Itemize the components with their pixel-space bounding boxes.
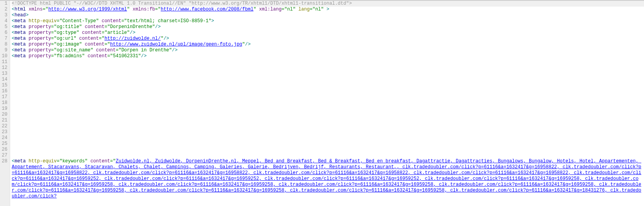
attr-name: xmlns:fb [133, 7, 155, 12]
code-line[interactable]: <meta property="og:type" content="articl… [12, 30, 644, 36]
keywords-value: Zuidwolde.nl, Zuidwolde, DorpeninDrenthe… [12, 158, 641, 199]
attr-value: nl [287, 7, 293, 12]
code-line[interactable] [12, 65, 644, 71]
attr-name: lang [299, 7, 310, 12]
code-line[interactable]: <!DOCTYPE html PUBLIC "-//W3C//DTD XHTML… [12, 1, 644, 7]
line-number: 20 [1, 112, 7, 118]
tag-close: > [211, 18, 214, 24]
code-line[interactable] [12, 88, 644, 94]
code-line[interactable] [12, 129, 644, 135]
attr-value: nl [315, 7, 321, 12]
code-line[interactable] [12, 71, 644, 77]
line-number: 11 [1, 59, 7, 65]
attr-name: xml:lang [259, 7, 282, 12]
code-line[interactable] [12, 123, 644, 129]
tag-name: html [14, 7, 26, 12]
line-number: 15 [1, 83, 7, 88]
tag-name: meta [14, 18, 26, 24]
line-number: 22 [1, 123, 7, 129]
attr-value: Content-Type [62, 18, 96, 24]
line-number: 16 [1, 88, 7, 94]
code-line[interactable] [12, 153, 644, 158]
line-number: 23 [1, 129, 7, 135]
code-line[interactable] [12, 106, 644, 112]
code-line[interactable]: <html xmlns="http://www.w3.org/1999/xhtm… [12, 7, 644, 12]
line-number: 25 [1, 141, 7, 147]
code-editor[interactable]: <!DOCTYPE html PUBLIC "-//W3C//DTD XHTML… [10, 1, 644, 206]
code-line[interactable] [12, 100, 644, 106]
code-line[interactable] [12, 141, 644, 147]
code-line[interactable] [12, 147, 644, 153]
attr-value: http://www.facebook.com/2008/fbml [161, 7, 254, 12]
line-number: 19 [1, 106, 7, 112]
code-line[interactable]: <meta http-equiv="Content-Type" content=… [12, 18, 644, 24]
line-number: 26 [1, 147, 7, 153]
line-number: 18 [1, 100, 7, 106]
line-number: 21 [1, 118, 7, 123]
line-number: 6 [1, 30, 7, 36]
line-number: 5 [1, 24, 7, 30]
doctype: <!DOCTYPE html PUBLIC "-//W3C//DTD XHTML… [12, 1, 352, 6]
code-line[interactable] [12, 118, 644, 123]
line-number-gutter: 1 2 3 4 5 6 7 8 9 10 11 12 13 14 15 16 1… [0, 1, 10, 206]
tag-name: head [14, 12, 26, 18]
attr-name: xmlns [28, 7, 43, 12]
line-number: 9 [1, 48, 7, 53]
code-line[interactable] [12, 83, 644, 88]
code-line[interactable]: <meta http-equiv="keywords" content="Zui… [12, 158, 644, 199]
attr-value: http://www.w3.org/1999/xhtml [48, 7, 127, 12]
code-line[interactable] [12, 77, 644, 83]
line-number: 1 [1, 1, 7, 7]
line-number: 7 [1, 36, 7, 42]
code-line[interactable]: <head> [12, 12, 644, 18]
line-number: 2 [1, 7, 7, 12]
attr-name: http-equiv [28, 18, 57, 24]
code-line[interactable]: <meta property="fb:admins" content="5410… [12, 53, 644, 59]
line-number: 3 [1, 12, 7, 18]
code-line[interactable]: <meta property="og:url" content="http://… [12, 36, 644, 42]
code-line[interactable] [12, 112, 644, 118]
tag-close: > [327, 7, 329, 12]
line-number: 13 [1, 71, 7, 77]
code-line[interactable]: <meta property="og:image" content="http:… [12, 42, 644, 48]
code-line[interactable]: <meta property="og:site_name" content="D… [12, 48, 644, 53]
line-number: 8 [1, 42, 7, 48]
tag-close: > [26, 12, 28, 18]
code-line[interactable]: <meta property="og:title" content="Dorpe… [12, 24, 644, 30]
line-number: 14 [1, 77, 7, 83]
line-number: 27 [1, 153, 7, 158]
code-line[interactable] [12, 59, 644, 65]
line-number: 10 [1, 53, 7, 59]
line-number: 24 [1, 135, 7, 141]
code-line[interactable] [12, 135, 644, 141]
line-number: 12 [1, 65, 7, 71]
attr-name: content [101, 18, 121, 24]
line-number: 28 [1, 158, 7, 164]
code-line[interactable] [12, 94, 644, 100]
line-number: 4 [1, 18, 7, 24]
line-number: 17 [1, 94, 7, 100]
attr-value: text/html; charset=ISO-8859-1 [127, 18, 208, 24]
